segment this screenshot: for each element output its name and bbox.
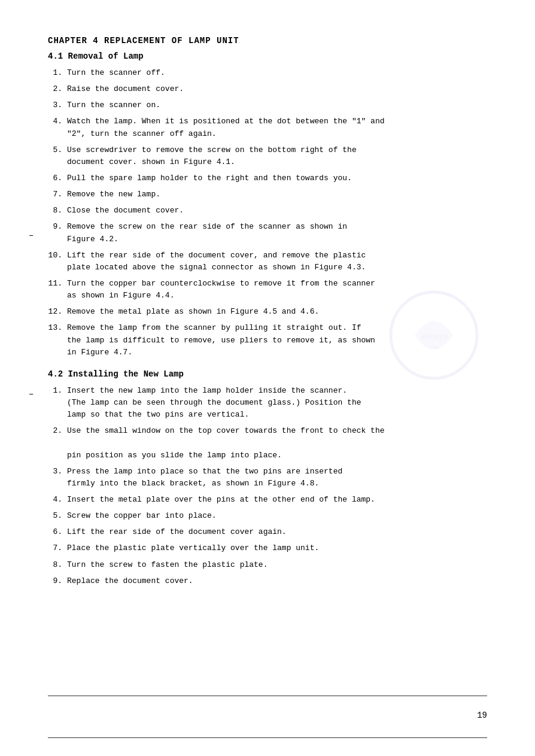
list-item: 2. Use the small window on the top cover… [48, 425, 487, 461]
list-number: 9. [48, 575, 67, 587]
list-number: 3. [48, 466, 67, 478]
list-number: 5. [48, 510, 67, 522]
list-number: 9. [48, 221, 67, 233]
list-number: 5. [48, 144, 67, 156]
list-item: 8. Turn the screw to fasten the plastic … [48, 559, 487, 571]
list-item: 4. Insert the metal plate over the pins … [48, 494, 487, 506]
footer-line [48, 696, 487, 696]
list-number: 11. [48, 278, 67, 290]
chapter-title: CHAPTER 4 REPLACEMENT OF LAMP UNIT [48, 36, 487, 45]
list-content: Close the document cover. [67, 205, 487, 217]
list-number: 13. [48, 322, 67, 334]
list-number: 3. [48, 99, 67, 111]
list-content: Remove the screw on the rear side of the… [67, 221, 487, 245]
list-number: 4. [48, 494, 67, 506]
install-list: 1. Insert the new lamp into the lamp hol… [48, 385, 487, 587]
list-item: 8. Close the document cover. [48, 205, 487, 217]
list-number: 2. [48, 425, 67, 437]
list-content: Use screwdriver to remove the screw on t… [67, 144, 487, 168]
list-number: 1. [48, 67, 67, 79]
list-item: 1. Turn the scanner off. [48, 67, 487, 79]
section2-title: 4.2 Installing the New Lamp [48, 369, 487, 379]
list-content: Insert the metal plate over the pins at … [67, 494, 487, 506]
list-item: 9. Replace the document cover. [48, 575, 487, 587]
list-number: 6. [48, 526, 67, 538]
list-content: Lift the rear side of the document cover… [67, 250, 487, 274]
side-mark-2: – [29, 389, 34, 399]
list-item: 5. Use screwdriver to remove the screw o… [48, 144, 487, 168]
list-number: 6. [48, 172, 67, 184]
list-content: Place the plastic plate vertically over … [67, 542, 487, 554]
list-number: 1. [48, 385, 67, 397]
list-number: 7. [48, 189, 67, 201]
removal-list: 1. Turn the scanner off. 2. Raise the do… [48, 67, 487, 359]
list-item: 3. Turn the scanner on. [48, 99, 487, 111]
list-item: 11. Turn the copper bar counterclockwise… [48, 278, 487, 302]
list-content: Press the lamp into place so that the tw… [67, 466, 487, 490]
list-item: 13. Remove the lamp from the scanner by … [48, 322, 487, 358]
list-item: 3. Press the lamp into place so that the… [48, 466, 487, 490]
list-item: 2. Raise the document cover. [48, 83, 487, 95]
list-item: 5. Screw the copper bar into place. [48, 510, 487, 522]
list-content: Turn the screw to fasten the plastic pla… [67, 559, 487, 571]
list-content: Replace the document cover. [67, 575, 487, 587]
page: alsiniya .com – – CHAPTER 4 REPLACEMENT … [0, 0, 535, 756]
list-content: Raise the document cover. [67, 83, 487, 95]
list-item: 6. Pull the spare lamp holder to the rig… [48, 172, 487, 184]
list-number: 12. [48, 306, 67, 318]
list-item: 9. Remove the screw on the rear side of … [48, 221, 487, 245]
list-item: 7. Place the plastic plate vertically ov… [48, 542, 487, 554]
list-number: 7. [48, 542, 67, 554]
list-item: 7. Remove the new lamp. [48, 189, 487, 201]
list-number: 10. [48, 250, 67, 262]
list-item: 6. Lift the rear side of the document co… [48, 526, 487, 538]
list-content: Remove the metal plate as shown in Figur… [67, 306, 487, 318]
section1-title: 4.1 Removal of Lamp [48, 51, 487, 61]
list-content: Insert the new lamp into the lamp holder… [67, 385, 487, 421]
page-number: 19 [477, 711, 487, 720]
list-item: 1. Insert the new lamp into the lamp hol… [48, 385, 487, 421]
list-content: Turn the scanner off. [67, 67, 487, 79]
footer-bottom-line [48, 737, 487, 738]
list-content: Use the small window on the top cover to… [67, 425, 487, 461]
list-item: 10. Lift the rear side of the document c… [48, 250, 487, 274]
list-content: Turn the copper bar counterclockwise to … [67, 278, 487, 302]
list-number: 8. [48, 205, 67, 217]
list-content: Remove the new lamp. [67, 189, 487, 201]
list-number: 2. [48, 83, 67, 95]
list-item: 4. Watch the lamp. When it is positioned… [48, 116, 487, 139]
side-mark-1: – [29, 230, 34, 240]
list-content: Screw the copper bar into place. [67, 510, 487, 522]
list-number: 4. [48, 116, 67, 127]
list-number: 8. [48, 559, 67, 571]
list-content: Lift the rear side of the document cover… [67, 526, 487, 538]
list-content: Remove the lamp from the scanner by pull… [67, 322, 487, 358]
list-content: Turn the scanner on. [67, 99, 487, 111]
list-item: 12. Remove the metal plate as shown in F… [48, 306, 487, 318]
list-content: Watch the lamp. When it is positioned at… [67, 116, 487, 139]
list-content: Pull the spare lamp holder to the right … [67, 172, 487, 184]
